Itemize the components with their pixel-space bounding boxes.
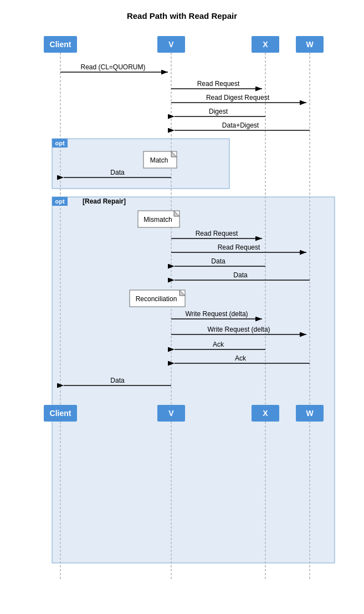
label-ack-2: Ack (234, 354, 246, 362)
actor-w-top-label: W (306, 40, 314, 49)
diagram-title: Read Path with Read Repair (11, 11, 354, 21)
label-data-2: Data (211, 257, 225, 265)
label-mismatch: Mismatch (143, 216, 172, 224)
label-read-digest-request: Read Digest Request (206, 94, 269, 102)
label-write-request-delta-1: Write Request (delta) (185, 310, 248, 318)
label-data-final: Data (110, 377, 125, 384)
label-reconciliation: Reconciliation (135, 295, 177, 303)
actor-client-top-label: Client (49, 40, 71, 49)
label-data-digest: Data+Digest (222, 121, 259, 129)
opt1-box (52, 139, 229, 189)
opt2-box (52, 197, 335, 563)
label-digest: Digest (208, 108, 228, 115)
actor-w-bottom-label: W (306, 409, 314, 418)
label-read-request-3: Read Request (217, 243, 260, 251)
opt2-condition: [Read Repair] (83, 197, 126, 205)
actor-v-top-label: V (168, 40, 174, 49)
actor-v-bottom-label: V (168, 409, 174, 418)
label-ack-1: Ack (212, 341, 224, 348)
label-read-request-1: Read Request (197, 80, 239, 88)
label-read-clquorum: Read (CL=QUORUM) (80, 63, 145, 71)
label-write-request-delta-2: Write Request (delta) (207, 326, 270, 333)
actor-x-top-label: X (263, 40, 268, 49)
actor-client-bottom-label: Client (49, 409, 71, 418)
label-read-request-2: Read Request (195, 230, 238, 237)
label-data-1: Data (110, 169, 125, 176)
label-data-3: Data (233, 271, 248, 279)
actor-x-bottom-label: X (263, 409, 268, 418)
opt2-label: opt (55, 198, 64, 205)
sequence-diagram: Client V X W Read (CL=QUORUM) Read Reque… (16, 31, 348, 607)
opt1-label: opt (55, 140, 64, 146)
label-match: Match (150, 156, 168, 164)
